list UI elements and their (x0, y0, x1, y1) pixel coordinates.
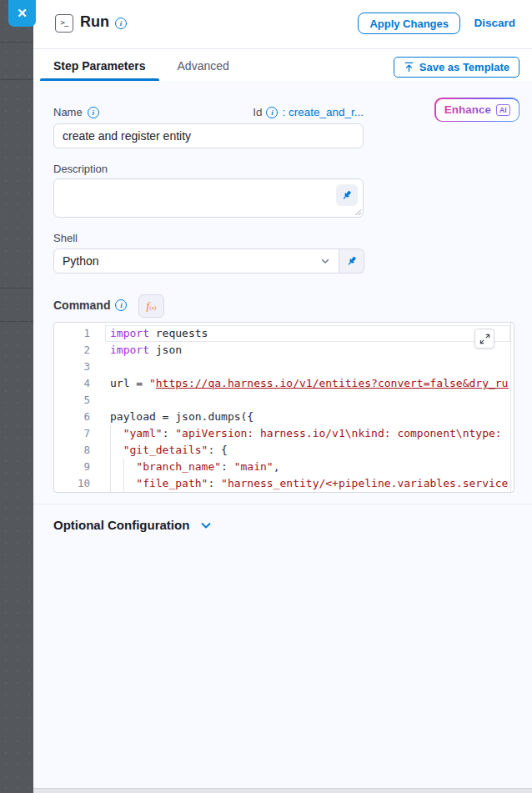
description-pin-button[interactable] (336, 184, 358, 206)
line-number: 2 (54, 342, 90, 359)
name-info-icon[interactable]: i (88, 107, 99, 118)
code-line[interactable]: 7 "yaml": "apiVersion: harness.io/v1\nki… (54, 425, 509, 442)
fx-sub-label: (x) (149, 304, 156, 311)
code-line-content: "yaml": "apiVersion: harness.io/v1\nkind… (110, 425, 509, 442)
line-number: 4 (54, 375, 90, 392)
editor-right-border (510, 323, 511, 492)
upload-template-icon (404, 62, 414, 73)
id-info-icon[interactable]: i (266, 107, 278, 118)
description-field-wrap (53, 178, 364, 218)
name-input[interactable] (53, 123, 364, 148)
screen: ✕ >_ Run i Apply Changes Discard Step Pa… (0, 0, 532, 793)
code-line[interactable]: 9 "branch_name": "main", (54, 459, 509, 475)
step-parameters-panel: Name i Id i : create_and_r... Enhance AI… (33, 81, 532, 793)
pin-icon (346, 255, 358, 267)
step-title: Run (80, 13, 109, 31)
code-line[interactable]: 1import requests (54, 325, 509, 342)
line-number: 3 (54, 359, 90, 375)
line-number: 6 (54, 409, 90, 425)
shell-selected-value: Python (63, 254, 99, 268)
line-number: 9 (54, 459, 90, 475)
tab-label: Advanced (178, 59, 229, 73)
save-as-template-button[interactable]: Save as Template (394, 57, 519, 78)
tab-advanced[interactable]: Advanced (164, 50, 243, 81)
tab-bar: Step Parameters Advanced Save as Templat… (33, 50, 532, 81)
id-value[interactable]: : create_and_r... (282, 106, 364, 118)
canvas-divider (0, 79, 33, 80)
close-drawer-button[interactable]: ✕ (8, 0, 36, 27)
expression-fx-button[interactable]: f(x) (138, 294, 164, 318)
expand-icon (479, 334, 490, 344)
canvas-divider (0, 288, 33, 289)
ai-badge: AI (496, 104, 510, 116)
name-label: Name (53, 106, 83, 118)
expand-editor-button[interactable] (474, 329, 494, 349)
line-number: 5 (54, 392, 90, 409)
step-info-icon[interactable]: i (115, 18, 127, 29)
code-line-content: payload = json.dumps({ (110, 409, 509, 425)
run-step-terminal-icon: >_ (55, 14, 73, 33)
code-line-content: import requests (110, 325, 509, 342)
optional-configuration-toggle[interactable]: Optional Configuration (53, 518, 213, 532)
command-code-editor[interactable]: 1import requests2import json34url = "htt… (53, 322, 514, 493)
code-line[interactable]: 6payload = json.dumps({ (54, 409, 509, 425)
shell-pin-button[interactable] (339, 248, 364, 274)
code-line[interactable]: 3 (54, 359, 509, 375)
command-info-icon[interactable]: i (115, 299, 127, 311)
canvas-divider (0, 42, 33, 43)
drawer-header: >_ Run i Apply Changes Discard (33, 0, 532, 49)
code-line-content: "git_details": { (110, 442, 509, 459)
code-line-content: import json (110, 342, 509, 359)
tab-label: Step Parameters (53, 59, 146, 73)
code-line-content (110, 392, 509, 409)
shell-select[interactable]: Python (53, 248, 339, 274)
code-line[interactable]: 8 "git_details": { (54, 442, 509, 459)
enhance-ai-button[interactable]: Enhance AI (434, 98, 519, 122)
code-line[interactable]: 4url = "https://qa.harness.io/v1/entitie… (54, 375, 509, 392)
pin-icon (341, 189, 353, 201)
code-line[interactable]: 2import json (54, 342, 509, 359)
code-line-content: "branch_name": "main", (110, 459, 509, 475)
chevron-down-icon (320, 256, 330, 266)
tab-step-parameters[interactable]: Step Parameters (40, 50, 159, 81)
enhance-label: Enhance (444, 103, 491, 116)
command-label: Command (53, 299, 110, 312)
step-config-drawer: >_ Run i Apply Changes Discard Step Para… (33, 0, 532, 793)
code-line-content: "file_path": "harness_entity/<+pipeline.… (110, 475, 509, 492)
code-line[interactable]: 5 (54, 392, 509, 409)
section-divider (33, 504, 532, 504)
enhance-ai-button-inner: Enhance AI (436, 99, 519, 121)
save-as-template-label: Save as Template (419, 61, 509, 73)
line-number: 10 (54, 475, 90, 492)
code-editor-lines[interactable]: 1import requests2import json34url = "htt… (54, 323, 509, 492)
apply-changes-button[interactable]: Apply Changes (358, 13, 460, 34)
code-line-content (110, 359, 509, 375)
id-row: Id i : create_and_r... (253, 106, 364, 118)
chevron-down-icon (199, 519, 213, 532)
description-textarea[interactable] (53, 178, 364, 218)
optional-configuration-label: Optional Configuration (53, 518, 189, 532)
line-number: 8 (54, 442, 90, 459)
pipeline-canvas-background (0, 0, 33, 793)
canvas-divider (0, 321, 33, 322)
shell-label: Shell (53, 232, 78, 244)
line-number: 7 (54, 425, 90, 442)
discard-button[interactable]: Discard (474, 17, 515, 29)
description-label: Description (53, 163, 108, 175)
code-line-content: url = "https://qa.harness.io/v1/entities… (110, 375, 509, 392)
id-label: Id (253, 106, 262, 118)
command-label-row: Command i (53, 299, 127, 312)
window-bottom-edge (33, 788, 532, 793)
code-line[interactable]: 10 "file_path": "harness_entity/<+pipeli… (54, 475, 509, 492)
line-number: 1 (54, 325, 90, 342)
name-label-row: Name i (53, 106, 99, 118)
